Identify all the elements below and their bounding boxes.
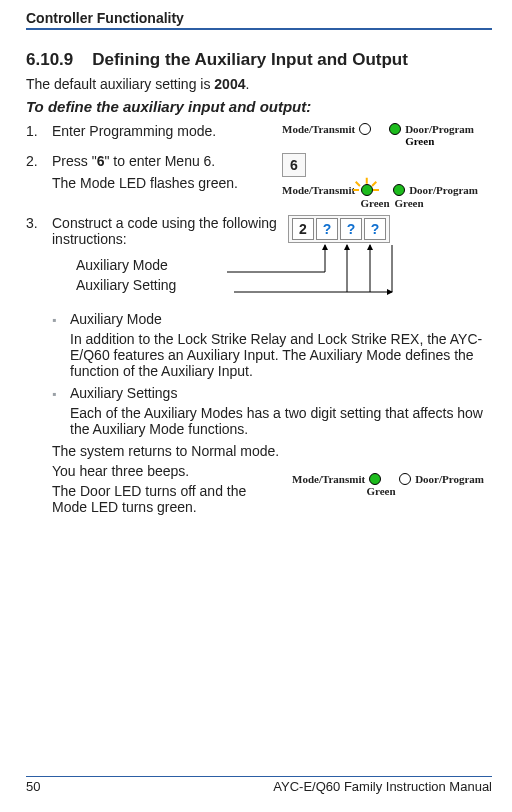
mode-transmit-label: Mode/Transmit bbox=[292, 473, 365, 485]
led-diagram-step2: Mode/Transmit Door/Program bbox=[282, 183, 492, 197]
green-label: Green bbox=[405, 135, 434, 147]
bullet-para: In addition to the Lock Strike Relay and… bbox=[70, 331, 492, 379]
section-number: 6.10.9 bbox=[26, 50, 73, 69]
section-heading: 6.10.9 Defining the Auxiliary Input and … bbox=[26, 50, 492, 70]
step-3: 3. Construct a code using the following … bbox=[26, 215, 492, 305]
callout-arrows-icon bbox=[172, 215, 432, 307]
door-program-label: Door/Program bbox=[409, 184, 478, 196]
mode-transmit-label: Mode/Transmit bbox=[282, 184, 355, 196]
door-led-green-icon bbox=[389, 123, 401, 135]
bullet-title: Auxiliary Settings bbox=[70, 385, 492, 403]
step-text: Enter Programming mode. bbox=[52, 123, 282, 139]
running-head: Controller Functionality bbox=[26, 10, 492, 30]
led-diagram-final: Mode/Transmit Door/Program bbox=[292, 473, 492, 485]
page-footer: 50 AYC-E/Q60 Family Instruction Manual bbox=[26, 776, 492, 794]
green-label: Green bbox=[358, 197, 392, 209]
intro-value: 2004 bbox=[214, 76, 245, 92]
final-p2: You hear three beeps. bbox=[52, 463, 284, 479]
intro-line: The default auxiliary setting is 2004. bbox=[26, 76, 492, 92]
intro-prefix: The default auxiliary setting is bbox=[26, 76, 214, 92]
bullet-aux-mode: ▪ Auxiliary Mode bbox=[52, 311, 492, 329]
step-text-b: " to enter Menu 6. bbox=[104, 153, 215, 169]
bullet-aux-settings: ▪ Auxiliary Settings bbox=[52, 385, 492, 403]
door-led-green-icon bbox=[393, 184, 405, 196]
step-text-a: Press " bbox=[52, 153, 97, 169]
door-program-label: Door/Program bbox=[405, 123, 474, 135]
manual-title: AYC-E/Q60 Family Instruction Manual bbox=[273, 779, 492, 794]
final-p1: The system returns to Normal mode. bbox=[52, 443, 284, 459]
step-number: 3. bbox=[26, 215, 52, 231]
step-note: The Mode LED flashes green. bbox=[52, 175, 282, 191]
green-label: Green bbox=[392, 197, 426, 209]
door-program-label: Door/Program bbox=[415, 473, 484, 485]
final-p3: The Door LED turns off and the Mode LED … bbox=[52, 483, 284, 515]
bullet-para: Each of the Auxiliary Modes has a two di… bbox=[70, 405, 492, 437]
door-led-off-icon bbox=[399, 473, 411, 485]
bullet-icon: ▪ bbox=[52, 311, 70, 329]
mode-transmit-label: Mode/Transmit bbox=[282, 123, 355, 135]
step-number: 1. bbox=[26, 123, 52, 139]
section-title-text: Defining the Auxiliary Input and Output bbox=[92, 50, 408, 69]
green-label: Green bbox=[364, 485, 398, 497]
keycap-6-icon: 6 bbox=[282, 153, 306, 177]
step-2: 2. Press "6" to enter Menu 6. The Mode L… bbox=[26, 153, 492, 209]
step-number: 2. bbox=[26, 153, 52, 169]
intro-suffix: . bbox=[245, 76, 249, 92]
bullet-icon: ▪ bbox=[52, 385, 70, 403]
step-1: 1. Enter Programming mode. Mode/Transmit… bbox=[26, 123, 492, 147]
procedure-subhead: To define the auxiliary input and output… bbox=[26, 98, 492, 115]
page-number: 50 bbox=[26, 779, 40, 794]
led-diagram-step1: Mode/Transmit Door/Program Green bbox=[282, 123, 492, 147]
mode-led-off-icon bbox=[359, 123, 371, 135]
mode-led-green-icon bbox=[369, 473, 381, 485]
mode-led-flashing-icon bbox=[359, 183, 375, 197]
bullet-title: Auxiliary Mode bbox=[70, 311, 492, 329]
